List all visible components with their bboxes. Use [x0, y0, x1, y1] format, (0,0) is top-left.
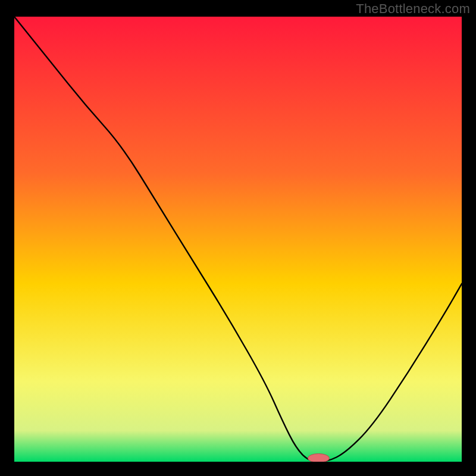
- optimal-marker: [308, 454, 329, 462]
- gradient-background: [14, 17, 462, 462]
- chart-frame: TheBottleneck.com: [0, 0, 476, 476]
- plot-area: [14, 17, 462, 462]
- watermark-text: TheBottleneck.com: [356, 1, 470, 17]
- bottleneck-chart: [14, 17, 462, 462]
